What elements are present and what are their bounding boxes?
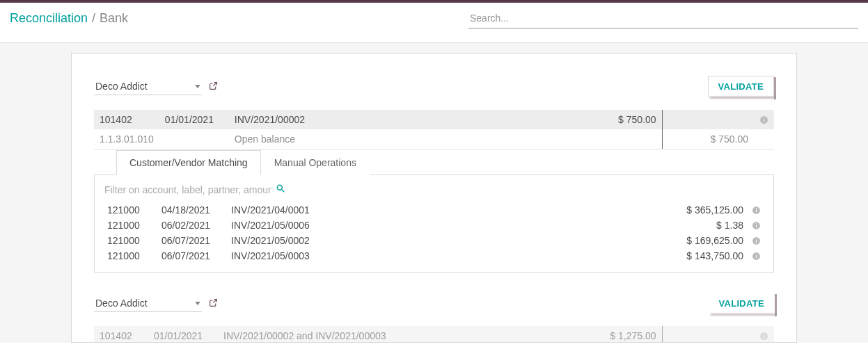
svg-rect-16 [756,254,757,254]
cell-ref: INV/2021/05/0002 [227,233,657,248]
breadcrumb: Reconciliation / Bank [10,11,128,26]
chevron-down-icon [195,85,200,88]
cell-amount: $ 143,750.00 [657,248,748,263]
filter-input[interactable] [104,184,271,195]
cell-info [754,129,774,149]
cell-account: 101402 [94,110,159,129]
svg-rect-15 [756,255,757,258]
cell-ref: INV/2021/00002 [229,110,585,129]
cell-date: 06/07/2021 [157,233,227,248]
body-area: Deco Addict VALIDATE 101402 01/01/2021 I… [0,43,868,343]
page-header: Reconciliation / Bank [0,3,868,43]
partner-select[interactable]: Deco Addict [94,295,202,312]
cell-account: 101402 [94,326,148,342]
block-header: Deco Addict VALIDATE [94,76,774,97]
tab-customer-vendor-matching[interactable]: Customer/Vendor Matching [116,150,261,175]
svg-rect-7 [756,208,757,209]
tabs: Customer/Vendor Matching Manual Operatio… [116,149,774,174]
info-icon[interactable] [752,206,761,215]
block-header: Deco Addict VALIDATE [94,293,774,314]
ledger-table: 101402 01/01/2021 INV/2021/00002 and INV… [94,326,774,342]
breadcrumb-current: Bank [100,11,128,26]
cell-amount: $ 750.00 [585,110,662,129]
info-icon[interactable] [752,221,761,230]
external-link-icon[interactable] [209,298,218,309]
svg-rect-12 [756,240,757,243]
ledger-row-sub[interactable]: 1.1.3.01.010 Open balance $ 750.00 [94,129,774,149]
svg-rect-19 [764,334,764,334]
filter-row [103,181,765,202]
spacer [662,110,677,129]
cell-date: 01/01/2021 [159,110,229,129]
cell-amount: $ 365,125.00 [657,202,748,218]
cell-amount: $ 1.38 [657,218,748,233]
ledger-table: 101402 01/01/2021 INV/2021/00002 $ 750.0… [94,110,774,149]
info-icon[interactable] [759,115,768,124]
cell-ref: INV/2021/04/0001 [227,202,657,218]
partner-name: Deco Addict [95,81,148,92]
svg-line-4 [282,190,285,193]
cell-account: 1.1.3.01.010 [94,129,159,149]
svg-rect-9 [756,225,757,227]
cell-amount-right [677,110,754,129]
cell-date: 01/01/2021 [148,326,218,342]
cell-account: 121000 [103,233,157,248]
partner-name: Deco Addict [95,298,148,309]
cell-amount [585,129,662,149]
info-icon[interactable] [759,332,768,341]
svg-rect-1 [764,119,764,122]
cell-date: 04/18/2021 [157,202,227,218]
validate-button[interactable]: VALIDATE [709,293,774,314]
cell-amount-right [677,326,754,342]
svg-rect-6 [756,209,757,212]
cell-amount: $ 169,625.00 [657,233,748,248]
cell-info [754,110,774,129]
svg-rect-13 [756,238,757,239]
cell-ref: INV/2021/05/0003 [227,248,657,263]
reconcile-block: Deco Addict VALIDATE 101402 01/01/2021 I… [72,76,796,293]
spacer [662,326,677,342]
svg-point-3 [277,185,282,190]
match-row[interactable]: 121000 06/02/2021 INV/2021/05/0006 $ 1.3… [103,218,765,233]
breadcrumb-link-reconciliation[interactable]: Reconciliation [10,11,88,26]
cell-date: 06/02/2021 [157,218,227,233]
match-row[interactable]: 121000 04/18/2021 INV/2021/04/0001 $ 365… [103,202,765,218]
external-link-icon[interactable] [209,81,218,92]
cell-date [159,129,229,149]
info-icon[interactable] [752,252,761,261]
cell-account: 121000 [103,202,157,218]
reconcile-block: Deco Addict VALIDATE 101402 01/01/2021 I… [72,293,796,342]
reconciliation-card: Deco Addict VALIDATE 101402 01/01/2021 I… [71,53,797,343]
spacer [662,129,677,149]
cell-ref: INV/2021/00002 and INV/2021/00003 [218,326,585,342]
cell-ref: INV/2021/05/0006 [227,218,657,233]
validate-button[interactable]: VALIDATE [708,76,774,97]
cell-info [754,326,774,342]
search-wrap [468,8,858,29]
partner-select[interactable]: Deco Addict [94,78,202,95]
search-input[interactable] [468,8,858,29]
match-panel: 121000 04/18/2021 INV/2021/04/0001 $ 365… [94,174,774,273]
cell-account: 121000 [103,218,157,233]
cell-amount-right: $ 750.00 [677,129,754,149]
breadcrumb-separator: / [92,11,95,26]
search-icon[interactable] [276,184,285,195]
ledger-row-main[interactable]: 101402 01/01/2021 INV/2021/00002 $ 750.0… [94,110,774,129]
info-icon[interactable] [752,236,761,245]
cell-date: 06/07/2021 [157,248,227,263]
match-table: 121000 04/18/2021 INV/2021/04/0001 $ 365… [103,202,765,263]
svg-rect-2 [764,117,764,118]
svg-rect-18 [764,335,764,338]
tab-manual-operations[interactable]: Manual Operations [261,150,370,175]
cell-amount: $ 1,275.00 [585,326,662,342]
cell-account: 121000 [103,248,157,263]
match-row[interactable]: 121000 06/07/2021 INV/2021/05/0003 $ 143… [103,248,765,263]
svg-rect-10 [756,223,757,224]
ledger-row-main[interactable]: 101402 01/01/2021 INV/2021/00002 and INV… [94,326,774,342]
match-row[interactable]: 121000 06/07/2021 INV/2021/05/0002 $ 169… [103,233,765,248]
chevron-down-icon [195,302,200,305]
cell-ref: Open balance [229,129,585,149]
